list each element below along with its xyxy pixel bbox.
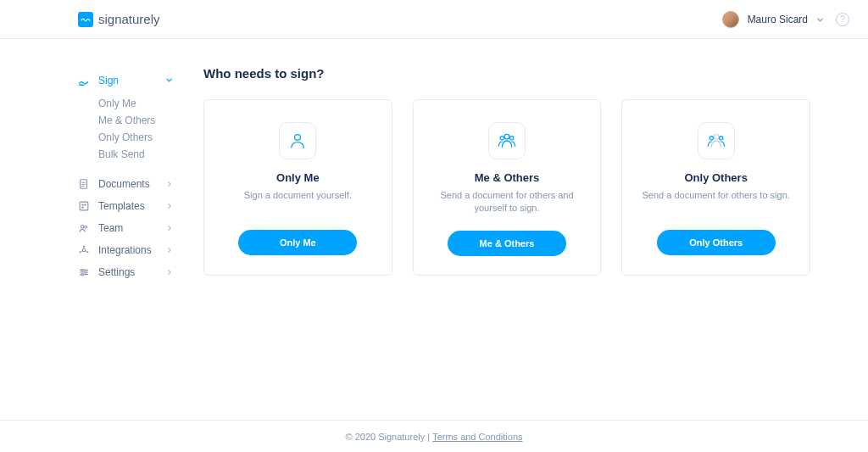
card-title: Only Others bbox=[639, 171, 793, 184]
avatar bbox=[722, 11, 739, 28]
main-content: Who needs to sign? Only Me Sign a docume… bbox=[181, 39, 868, 420]
terms-link[interactable]: Terms and Conditions bbox=[432, 432, 522, 442]
user-menu[interactable]: Mauro Sicard ? bbox=[722, 11, 849, 28]
people-icon bbox=[488, 122, 526, 159]
svg-point-6 bbox=[85, 226, 87, 228]
card-desc: Send a document for others and yourself … bbox=[431, 189, 584, 215]
team-icon bbox=[78, 222, 90, 234]
document-icon bbox=[78, 178, 90, 190]
svg-rect-2 bbox=[81, 204, 83, 205]
chevron-right-icon bbox=[166, 178, 173, 190]
footer: © 2020 Signaturely | Terms and Condition… bbox=[0, 420, 868, 452]
me-others-button[interactable]: Me & Others bbox=[448, 231, 566, 256]
body: Sign Only Me Me & Others Only Others Bul… bbox=[0, 39, 868, 420]
svg-point-17 bbox=[510, 137, 514, 140]
nav-label: Sign bbox=[98, 75, 119, 86]
card-desc: Sign a document yourself. bbox=[221, 189, 375, 215]
svg-point-8 bbox=[83, 245, 85, 247]
logo[interactable]: signaturely bbox=[78, 12, 160, 27]
chevron-right-icon bbox=[166, 222, 173, 234]
card-me-others[interactable]: Me & Others Send a document for others a… bbox=[413, 99, 602, 276]
sign-submenu: Only Me Me & Others Only Others Bulk Sen… bbox=[78, 95, 181, 163]
sidebar-sub-only-others[interactable]: Only Others bbox=[98, 129, 181, 146]
svg-point-16 bbox=[500, 137, 504, 140]
chevron-down-icon bbox=[816, 12, 824, 27]
only-me-button[interactable]: Only Me bbox=[238, 230, 357, 255]
nav-label: Documents bbox=[98, 178, 150, 190]
svg-point-7 bbox=[82, 248, 86, 252]
chevron-down-icon bbox=[165, 75, 173, 86]
sidebar-sub-me-others[interactable]: Me & Others bbox=[98, 112, 181, 129]
person-icon bbox=[279, 122, 316, 159]
only-others-button[interactable]: Only Others bbox=[657, 230, 776, 255]
svg-point-5 bbox=[81, 226, 85, 229]
svg-point-12 bbox=[85, 271, 86, 273]
svg-point-13 bbox=[81, 273, 83, 275]
card-title: Only Me bbox=[221, 171, 375, 184]
svg-point-11 bbox=[81, 269, 83, 271]
nav-label: Templates bbox=[98, 200, 145, 212]
user-name: Mauro Sicard bbox=[748, 14, 808, 25]
logo-mark-icon bbox=[78, 12, 93, 27]
sidebar-sub-bulk-send[interactable]: Bulk Send bbox=[98, 146, 181, 163]
svg-rect-1 bbox=[80, 202, 88, 210]
sign-icon bbox=[78, 75, 90, 86]
sidebar-item-documents[interactable]: Documents bbox=[78, 173, 181, 195]
svg-point-19 bbox=[709, 137, 713, 140]
signer-cards: Only Me Sign a document yourself. Only M… bbox=[203, 99, 810, 276]
sidebar-item-sign[interactable]: Sign bbox=[78, 70, 181, 92]
card-only-me[interactable]: Only Me Sign a document yourself. Only M… bbox=[203, 99, 392, 276]
svg-rect-4 bbox=[81, 206, 83, 208]
sidebar: Sign Only Me Me & Others Only Others Bul… bbox=[0, 39, 181, 420]
svg-point-14 bbox=[295, 135, 301, 141]
svg-point-20 bbox=[719, 137, 722, 140]
settings-icon bbox=[78, 266, 90, 278]
card-only-others[interactable]: Only Others Send a document for others t… bbox=[621, 99, 810, 276]
template-icon bbox=[78, 200, 90, 212]
chevron-right-icon bbox=[166, 244, 173, 256]
nav-label: Integrations bbox=[98, 244, 152, 256]
nav-label: Settings bbox=[98, 266, 135, 278]
svg-rect-3 bbox=[84, 204, 86, 205]
header: signaturely Mauro Sicard ? bbox=[0, 0, 868, 39]
svg-point-18 bbox=[714, 134, 719, 139]
sidebar-item-settings[interactable]: Settings bbox=[78, 261, 181, 283]
card-title: Me & Others bbox=[431, 171, 584, 184]
copyright: © 2020 Signaturely | bbox=[345, 432, 430, 442]
page-title: Who needs to sign? bbox=[203, 66, 810, 81]
chevron-right-icon bbox=[166, 200, 173, 212]
others-icon bbox=[698, 122, 735, 159]
nav-label: Team bbox=[98, 222, 123, 234]
help-icon[interactable]: ? bbox=[836, 13, 849, 26]
sidebar-item-templates[interactable]: Templates bbox=[78, 195, 181, 217]
chevron-right-icon bbox=[166, 266, 173, 278]
sidebar-item-team[interactable]: Team bbox=[78, 217, 181, 239]
svg-point-15 bbox=[504, 134, 509, 139]
card-desc: Send a document for others to sign. bbox=[639, 189, 793, 215]
sidebar-sub-only-me[interactable]: Only Me bbox=[98, 95, 181, 112]
integrations-icon bbox=[78, 244, 90, 256]
logo-text: signaturely bbox=[98, 12, 160, 26]
sidebar-item-integrations[interactable]: Integrations bbox=[78, 239, 181, 261]
